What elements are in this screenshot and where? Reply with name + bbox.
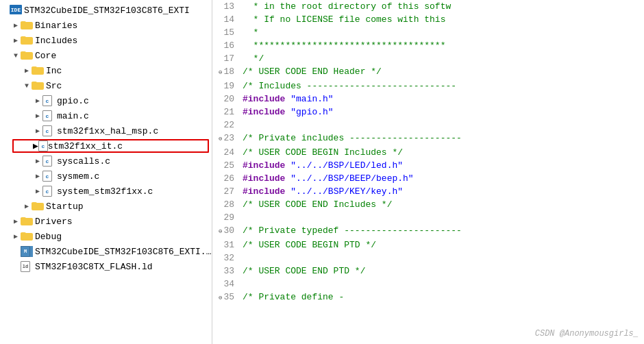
fold-arrow[interactable]: ⊖ <box>219 295 222 302</box>
code-line: 20#include "main.h" <box>212 93 644 106</box>
tree-item-startup[interactable]: ▶Startup <box>0 199 212 214</box>
code-line: ⊖30/* Private typedef ------------------… <box>212 224 644 238</box>
include-string: "../../BSP/KEY/key.h" <box>290 186 403 197</box>
line-number: 21 <box>212 106 240 119</box>
tree-item-sysmem_c[interactable]: ▶csysmem.c <box>0 169 212 184</box>
line-number: ⊖35 <box>212 291 240 305</box>
tree-arrow: ▶ <box>11 36 21 45</box>
line-number: 15 <box>212 26 240 39</box>
tree-item-debug[interactable]: ▶Debug <box>0 229 212 244</box>
tree-item-binaries[interactable]: ▶Binaries <box>0 18 212 33</box>
file-tree-panel: IDESTM32CubeIDE_STM32F103C8T6_EXTI▶Binar… <box>0 0 212 344</box>
line-number: 32 <box>212 251 240 265</box>
tree-arrow: ▶ <box>11 217 21 225</box>
code-line: 19/* Includes --------------------------… <box>212 79 644 93</box>
line-content: /* Private define - <box>240 291 644 304</box>
include-string: "../../BSP/BEEP/beep.h" <box>290 173 413 184</box>
line-number: 26 <box>212 172 240 185</box>
tree-item-src[interactable]: ▼Src <box>0 78 212 93</box>
tree-item-syscalls_c[interactable]: ▶csyscalls.c <box>0 153 212 169</box>
tree-item-label: STM32F103C8TX_FLASH.ld <box>35 262 212 272</box>
code-line: 14 * If no LICENSE file comes with this <box>212 13 644 26</box>
code-line: 33/* USER CODE END PTD */ <box>212 265 644 278</box>
line-content: #include "../../BSP/LED/led.h" <box>240 159 644 172</box>
folder-icon <box>21 50 33 61</box>
tree-item-ld_file[interactable]: ldSTM32F103C8TX_FLASH.ld <box>0 259 212 274</box>
fold-arrow[interactable]: ⊖ <box>219 228 222 235</box>
tree-arrow: ▶ <box>22 66 32 75</box>
tree-item-label: Binaries <box>35 21 212 31</box>
tree-arrow: ▶ <box>33 112 42 120</box>
folder-icon <box>21 216 33 227</box>
line-number: 31 <box>212 238 240 251</box>
line-number: 17 <box>212 52 240 65</box>
include-string: "main.h" <box>290 94 333 104</box>
tree-item-main_c[interactable]: ▶cmain.c <box>0 108 212 123</box>
code-lines-container: 13 * in the root directory of this softw… <box>212 0 644 305</box>
tree-item-gpio_c[interactable]: ▶cgpio.c <box>0 93 212 108</box>
fold-arrow[interactable]: ⊖ <box>219 136 222 143</box>
tree-item-stm32f1xx_hal_msp_c[interactable]: ▶cstm32f1xx_hal_msp.c <box>0 123 212 138</box>
line-content: /* USER CODE END Header */ <box>240 65 644 78</box>
tree-arrow: ▼ <box>11 52 21 60</box>
code-line: 32 <box>212 251 644 265</box>
tree-arrow: ▶ <box>33 187 42 195</box>
line-content: /* USER CODE END Includes */ <box>240 198 644 211</box>
tree-item-label: STM32CubeIDE_STM32F103C8T6_EXTI.ioc <box>35 247 212 257</box>
tree-item-stm32f1xx_it_c[interactable]: ▶cstm32f1xx_it.c <box>0 138 212 153</box>
line-content: #include "../../BSP/KEY/key.h" <box>240 185 644 198</box>
tree-item-label: Startup <box>46 201 212 212</box>
tree-item-label: Includes <box>35 36 212 46</box>
line-content: #include "../../BSP/BEEP/beep.h" <box>240 172 644 185</box>
tree-item-project[interactable]: IDESTM32CubeIDE_STM32F103C8T6_EXTI <box>0 3 212 18</box>
folder-icon <box>21 231 33 242</box>
line-number: 20 <box>212 93 240 106</box>
line-content: ************************************ <box>240 39 644 52</box>
code-line: 27#include "../../BSP/KEY/key.h" <box>212 185 644 198</box>
line-number: 24 <box>212 146 240 159</box>
code-line: 29 <box>212 211 644 224</box>
line-content: * If no LICENSE file comes with this <box>240 13 644 26</box>
line-content: #include "gpio.h" <box>240 106 644 119</box>
tree-item-drivers[interactable]: ▶Drivers <box>0 214 212 229</box>
tree-arrow: ▶ <box>33 127 42 135</box>
line-number: ⊖23 <box>212 132 240 146</box>
tree-item-label: sysmem.c <box>57 171 212 182</box>
line-content: #include "main.h" <box>240 93 644 106</box>
line-content: /* USER CODE BEGIN Includes */ <box>240 146 644 159</box>
tree-item-label: Inc <box>46 66 212 76</box>
line-content: /* USER CODE END PTD */ <box>240 265 644 278</box>
include-string: "../../BSP/LED/led.h" <box>290 160 403 171</box>
tree-item-label: main.c <box>57 111 212 121</box>
line-content: * in the root directory of this softw <box>240 0 644 13</box>
code-line: ⊖18/* USER CODE END Header */ <box>212 65 644 79</box>
tree-arrow: ▶ <box>33 157 42 165</box>
include-string: "gpio.h" <box>290 107 333 117</box>
directive-keyword: #include <box>243 186 285 197</box>
directive-keyword: #include <box>243 173 285 184</box>
fold-arrow[interactable]: ⊖ <box>219 69 222 76</box>
folder-icon <box>32 65 44 76</box>
line-number: 16 <box>212 39 240 52</box>
line-content: /* Private includes --------------------… <box>240 132 644 145</box>
tree-item-system_stm32f1xx_c[interactable]: ▶csystem_stm32f1xx.c <box>0 184 212 199</box>
c-file-icon: c <box>42 125 55 136</box>
tree-item-label: stm32f1xx_it.c <box>48 141 212 151</box>
code-line: 25#include "../../BSP/LED/led.h" <box>212 159 644 172</box>
tree-item-includes[interactable]: ▶Includes <box>0 33 212 48</box>
code-editor-panel: 13 * in the root directory of this softw… <box>212 0 644 344</box>
line-number: 19 <box>212 79 240 93</box>
code-line: 26#include "../../BSP/BEEP/beep.h" <box>212 172 644 185</box>
tree-arrow: ▶ <box>33 140 38 151</box>
ide-icon: IDE <box>10 5 22 16</box>
directive-keyword: #include <box>243 160 285 171</box>
code-line: 24/* USER CODE BEGIN Includes */ <box>212 146 644 159</box>
line-content: * <box>240 26 644 39</box>
tree-item-core[interactable]: ▼Core <box>0 48 212 63</box>
c-file-icon: c <box>38 140 48 151</box>
tree-item-inc[interactable]: ▶Inc <box>0 63 212 78</box>
line-number: 28 <box>212 198 240 211</box>
tree-item-label: syscalls.c <box>57 156 212 167</box>
tree-item-ioc_file[interactable]: MSTM32CubeIDE_STM32F103C8T6_EXTI.ioc <box>0 244 212 259</box>
c-file-icon: c <box>42 95 55 106</box>
